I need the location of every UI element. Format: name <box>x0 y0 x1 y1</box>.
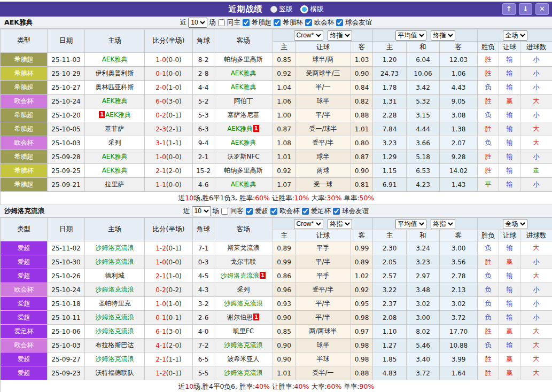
sub-col-header: 客 <box>351 42 373 53</box>
result-goals-cell: 大 <box>520 122 552 136</box>
halftime-score: (2-0) <box>166 167 182 175</box>
average-group-header: 平均值终指 <box>373 29 478 42</box>
league-checkbox-2[interactable] <box>302 208 309 215</box>
fullmatch-select[interactable]: 全场 <box>503 30 527 41</box>
away-team-cell: 帕纳多里高斯 <box>214 53 273 67</box>
league-checkbox-0[interactable] <box>243 19 250 26</box>
same-venue-checkbox[interactable] <box>221 208 228 215</box>
fulltime-score: 6-0 <box>156 98 166 105</box>
team-label: 沙姆洛克流浪 <box>96 355 134 363</box>
final-odds-select[interactable]: 终指 <box>328 219 352 229</box>
date-cell: 25-09-23 <box>48 366 85 380</box>
close-button[interactable]: ✕ <box>535 3 549 15</box>
home-team-cell: 奥林匹亚科斯 <box>85 81 145 95</box>
away-odds-cell: 0.90 <box>351 164 373 178</box>
halftime-score: (1-0) <box>166 84 182 91</box>
avg-away-cell: 10.88 <box>440 339 478 352</box>
league-checkbox-label: 球会友谊 <box>345 18 372 27</box>
score-cell: 2-1(1-0) <box>145 269 193 283</box>
avg-home-cell: 1.29 <box>373 150 407 164</box>
avg-away-cell: 3.99 <box>440 352 478 366</box>
home-team-cell: 布拉格斯巴达 <box>85 339 145 352</box>
final-odds-select-2[interactable]: 终指 <box>431 219 455 229</box>
halftime-score: (0-1) <box>166 112 182 119</box>
bookmaker-select[interactable]: Crow* <box>294 30 323 41</box>
layout-radio-horizontal[interactable]: 横版 <box>300 5 324 14</box>
summary-text: 场,胜4平0负6, 胜率: <box>193 382 255 390</box>
league-checkbox-2[interactable] <box>305 19 312 26</box>
scroll-up-button[interactable]: ↑ <box>502 3 516 15</box>
team-label: 拉里萨 <box>105 181 125 188</box>
result-goals-cell: 走 <box>520 164 552 178</box>
red-card-badge: 1 <box>253 313 259 320</box>
result-outcome-cell: 胜 <box>478 53 499 67</box>
league-cell: 欧会杯 <box>1 339 48 352</box>
league-checkbox-label: 爱超 <box>255 207 268 216</box>
halftime-score: (2-0) <box>166 342 182 349</box>
handicap-line-cell: 受平/半 <box>296 136 351 150</box>
summary-value: 10 <box>185 194 193 202</box>
avg-draw-cell: 5.32 <box>407 95 440 108</box>
avg-draw-cell: 3.02 <box>407 297 440 311</box>
avg-home-cell: 7.84 <box>373 122 407 136</box>
handicap-line-cell: 平/半 <box>296 108 351 122</box>
league-checkbox-3[interactable] <box>333 208 340 215</box>
league-cell: 希腊超 <box>1 53 48 67</box>
final-odds-select[interactable]: 终指 <box>328 30 352 41</box>
filter-near-label: 近 <box>180 18 187 27</box>
away-team-cell: 塞萨洛尼基 <box>214 108 273 122</box>
result-handicap-cell: 赢 <box>499 366 520 380</box>
away-odds-cell: 1.01 <box>351 122 373 136</box>
league-cell: 爱超 <box>1 241 48 255</box>
date-cell: 25-10-03 <box>48 136 85 150</box>
league-checkbox-label: 球会友谊 <box>342 207 369 216</box>
same-venue-checkbox[interactable] <box>218 19 225 26</box>
score-cell: 1-2(0-1) <box>145 366 193 380</box>
average-select[interactable]: 平均值 <box>395 30 426 41</box>
team-name: AEK雅典 <box>4 18 33 27</box>
match-row: 欧会杯25-10-24沙姆洛克流浪0-2(0-2)4-3采列0.96受平/半0.… <box>1 283 552 297</box>
corner-cell: 5-5 <box>193 366 214 380</box>
summary-value: 10% <box>294 194 309 202</box>
league-checkbox-3[interactable] <box>336 19 343 26</box>
result-outcome-cell: 负 <box>478 241 499 255</box>
fullmatch-select[interactable]: 全场 <box>503 219 527 229</box>
corner-cell: 0-3 <box>193 255 214 269</box>
date-cell: 25-09-27 <box>48 352 85 366</box>
result-handicap-cell: 输 <box>499 108 520 122</box>
bookmaker-select[interactable]: Crow* <box>294 219 323 229</box>
result-goals-cell: 大 <box>520 95 552 108</box>
away-odds-cell: 0.82 <box>351 95 373 108</box>
avg-draw-cell: 4.44 <box>407 122 440 136</box>
final-odds-select-2[interactable]: 终指 <box>431 30 455 41</box>
league-checkbox-1[interactable] <box>274 19 281 26</box>
home-odds-cell: 0.92 <box>273 164 296 178</box>
avg-away-cell: 2.78 <box>440 269 478 283</box>
league-checkbox-0[interactable] <box>246 208 253 215</box>
scroll-down-button[interactable]: ↓ <box>519 3 532 15</box>
away-team-cell: 波希米亚人 <box>214 352 273 366</box>
home-odds-cell: 0.96 <box>273 283 296 297</box>
result-outcome-cell: 负 <box>478 283 499 297</box>
league-checkbox-1[interactable] <box>270 208 277 215</box>
away-team-cell: 沙姆洛克流浪 <box>214 339 273 352</box>
fulltime-score: 1-0 <box>156 56 166 64</box>
away-team-cell: 凯里FC <box>214 325 273 339</box>
result-handicap-cell: 输 <box>499 339 520 352</box>
col-score-header: 比分(半场) <box>145 29 193 53</box>
date-cell: 25-10-03 <box>48 339 85 352</box>
col-type-header: 类型 <box>1 29 48 53</box>
team-label: 伊利奥普利斯 <box>96 69 134 77</box>
recent-count-select[interactable]: 10 <box>192 206 211 216</box>
recent-count-select[interactable]: 10 <box>188 18 207 28</box>
halftime-score: (0-1) <box>166 314 182 322</box>
away-odds-cell: 0.98 <box>351 339 373 352</box>
layout-radio-vertical[interactable]: 竖版 <box>270 5 293 14</box>
halftime-score: (0-0) <box>166 56 182 64</box>
average-select[interactable]: 平均值 <box>395 219 426 229</box>
team-label: 沃特福德联队 <box>96 369 134 377</box>
avg-draw-cell: 6.04 <box>407 53 440 67</box>
match-row: 爱超25-09-27沙姆洛克流浪2-1(1-1)6-5波希米亚人0.90半球0.… <box>1 352 552 366</box>
summary-value: 90% <box>360 382 375 390</box>
home-odds-cell: 1.01 <box>273 366 296 380</box>
